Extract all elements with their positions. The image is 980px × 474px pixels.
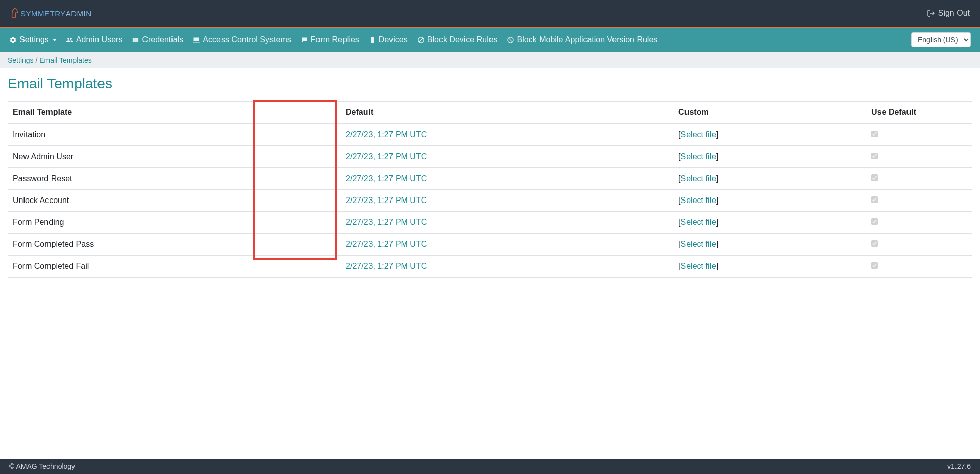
comment-icon xyxy=(301,36,308,44)
select-file-link[interactable]: Select file xyxy=(681,240,716,248)
cell-use-default xyxy=(866,234,972,256)
cell-template-name: Password Reset xyxy=(8,168,340,190)
nav-settings-label: Settings xyxy=(19,35,49,44)
signout-icon xyxy=(927,9,935,17)
nav-devices-label: Devices xyxy=(379,35,408,44)
users-icon xyxy=(66,36,74,44)
cell-default: 2/27/23, 1:27 PM UTC xyxy=(340,168,673,190)
default-timestamp-link[interactable]: 2/27/23, 1:27 PM UTC xyxy=(346,174,427,183)
id-card-icon xyxy=(132,36,139,44)
nav-admin-users-label: Admin Users xyxy=(76,35,123,44)
page-title: Email Templates xyxy=(8,76,972,92)
footer-copyright: © AMAG Technology xyxy=(9,462,75,470)
th-template: Email Template xyxy=(8,102,340,124)
brand-text-2: ADMIN xyxy=(66,9,92,18)
cell-custom: [Select file] xyxy=(673,146,866,168)
cell-custom: [Select file] xyxy=(673,168,866,190)
nav-credentials-label: Credentials xyxy=(142,35,183,44)
select-file-link[interactable]: Select file xyxy=(681,130,716,139)
table-row: Form Pending2/27/23, 1:27 PM UTC[Select … xyxy=(8,212,972,234)
nav-settings[interactable]: Settings xyxy=(9,35,57,44)
default-timestamp-link[interactable]: 2/27/23, 1:27 PM UTC xyxy=(346,196,427,205)
cell-template-name: Invitation xyxy=(8,123,340,146)
nav-block-mobile-label: Block Mobile Application Version Rules xyxy=(517,35,658,44)
no-entry-icon xyxy=(507,36,514,44)
select-file-link[interactable]: Select file xyxy=(681,152,716,161)
default-timestamp-link[interactable]: 2/27/23, 1:27 PM UTC xyxy=(346,130,427,139)
cell-template-name: New Admin User xyxy=(8,146,340,168)
table-row: Form Completed Fail2/27/23, 1:27 PM UTC[… xyxy=(8,256,972,278)
breadcrumb-current[interactable]: Email Templates xyxy=(39,56,91,64)
svg-line-4 xyxy=(508,38,513,42)
table-row: Password Reset2/27/23, 1:27 PM UTC[Selec… xyxy=(8,168,972,190)
select-file-link[interactable]: Select file xyxy=(681,218,716,227)
footer-version: v1.27.6 xyxy=(947,462,971,470)
cell-custom: [Select file] xyxy=(673,123,866,146)
signout-button[interactable]: Sign Out xyxy=(927,9,970,18)
ban-icon xyxy=(417,36,425,44)
nav-admin-users[interactable]: Admin Users xyxy=(66,35,123,44)
default-timestamp-link[interactable]: 2/27/23, 1:27 PM UTC xyxy=(346,152,427,161)
cell-template-name: Form Completed Pass xyxy=(8,234,340,256)
cell-default: 2/27/23, 1:27 PM UTC xyxy=(340,256,673,278)
nav-bar: Settings Admin Users Credentials Access … xyxy=(0,28,980,52)
brand-text-1: SYMMETRY xyxy=(20,9,66,18)
table-row: Unlock Account2/27/23, 1:27 PM UTC[Selec… xyxy=(8,190,972,212)
select-file-link[interactable]: Select file xyxy=(681,174,716,183)
use-default-checkbox xyxy=(871,218,878,225)
cell-use-default xyxy=(866,256,972,278)
cell-template-name: Unlock Account xyxy=(8,190,340,212)
cell-template-name: Form Pending xyxy=(8,212,340,234)
nav-form-replies-label: Form Replies xyxy=(311,35,359,44)
cell-default: 2/27/23, 1:27 PM UTC xyxy=(340,234,673,256)
use-default-checkbox xyxy=(871,196,878,203)
nav-links: Settings Admin Users Credentials Access … xyxy=(9,35,657,44)
breadcrumb-root[interactable]: Settings xyxy=(8,56,34,64)
nav-acs[interactable]: Access Control Systems xyxy=(192,35,291,44)
mobile-icon xyxy=(369,36,376,44)
brand-text: SYMMETRYADMIN xyxy=(20,9,92,18)
th-custom: Custom xyxy=(673,102,866,124)
cell-custom: [Select file] xyxy=(673,212,866,234)
table-row: Invitation2/27/23, 1:27 PM UTC[Select fi… xyxy=(8,123,972,146)
nav-acs-label: Access Control Systems xyxy=(203,35,291,44)
select-file-link[interactable]: Select file xyxy=(681,196,716,205)
cell-use-default xyxy=(866,168,972,190)
table-row: New Admin User2/27/23, 1:27 PM UTC[Selec… xyxy=(8,146,972,168)
default-timestamp-link[interactable]: 2/27/23, 1:27 PM UTC xyxy=(346,262,427,270)
gear-icon xyxy=(9,36,17,44)
language-select[interactable]: English (US) xyxy=(911,32,971,47)
table-header-row: Email Template Default Custom Use Defaul… xyxy=(8,102,972,124)
select-file-link[interactable]: Select file xyxy=(681,262,716,270)
footer: © AMAG Technology v1.27.6 xyxy=(0,459,980,474)
nav-block-mobile[interactable]: Block Mobile Application Version Rules xyxy=(507,35,658,44)
brand-logo-area[interactable]: SYMMETRYADMIN xyxy=(10,6,92,20)
top-header: SYMMETRYADMIN Sign Out xyxy=(0,0,980,28)
chevron-down-icon xyxy=(53,39,57,41)
cell-default: 2/27/23, 1:27 PM UTC xyxy=(340,146,673,168)
use-default-checkbox xyxy=(871,240,878,247)
cell-custom: [Select file] xyxy=(673,190,866,212)
nav-block-device-label: Block Device Rules xyxy=(427,35,498,44)
cell-template-name: Form Completed Fail xyxy=(8,256,340,278)
use-default-checkbox xyxy=(871,131,878,137)
signout-label: Sign Out xyxy=(938,9,970,18)
use-default-checkbox xyxy=(871,153,878,159)
use-default-checkbox xyxy=(871,262,878,269)
use-default-checkbox xyxy=(871,174,878,181)
table-row: Form Completed Pass2/27/23, 1:27 PM UTC[… xyxy=(8,234,972,256)
cell-use-default xyxy=(866,190,972,212)
svg-line-2 xyxy=(419,38,423,42)
cell-default: 2/27/23, 1:27 PM UTC xyxy=(340,190,673,212)
default-timestamp-link[interactable]: 2/27/23, 1:27 PM UTC xyxy=(346,240,427,248)
nav-credentials[interactable]: Credentials xyxy=(132,35,183,44)
cell-use-default xyxy=(866,212,972,234)
nav-form-replies[interactable]: Form Replies xyxy=(301,35,359,44)
cell-use-default xyxy=(866,123,972,146)
cell-custom: [Select file] xyxy=(673,234,866,256)
breadcrumb: Settings / Email Templates xyxy=(0,52,980,68)
nav-block-device[interactable]: Block Device Rules xyxy=(417,35,498,44)
default-timestamp-link[interactable]: 2/27/23, 1:27 PM UTC xyxy=(346,218,427,227)
nav-devices[interactable]: Devices xyxy=(369,35,408,44)
cell-use-default xyxy=(866,146,972,168)
